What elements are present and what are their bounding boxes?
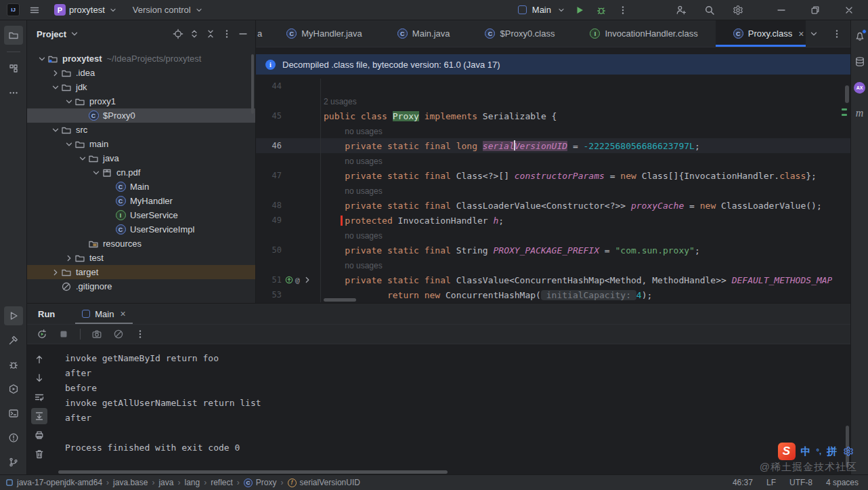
caret-position[interactable]: 46:37 [733, 478, 753, 487]
breadcrumb-item-java-base[interactable]: java.base [113, 478, 148, 487]
sogou-logo[interactable]: S [778, 443, 796, 460]
code-line-48[interactable]: 48 private static final ClassLoaderValue… [256, 198, 850, 213]
editor-tab-myhandler-java[interactable]: CMyHandler.java [269, 20, 380, 47]
editor-vertical-scrollbar[interactable] [845, 85, 849, 103]
tree-item-src[interactable]: src [27, 123, 255, 137]
run-button[interactable] [571, 2, 588, 18]
notifications-button[interactable] [852, 28, 867, 43]
scroll-to-end-icon[interactable] [31, 408, 47, 424]
edit-configuration-icon[interactable] [110, 326, 127, 342]
tree-item-jdk[interactable]: jdk [27, 80, 255, 94]
tree-item-java[interactable]: java [27, 151, 255, 165]
run-tool-window-button[interactable] [4, 306, 23, 325]
tree-item-userservice[interactable]: IUserService [27, 208, 255, 222]
terminal-tool-window-button[interactable] [4, 404, 23, 423]
chevron-expanded-icon[interactable] [64, 139, 74, 150]
ime-lang-toggle[interactable]: 中 [801, 445, 811, 458]
tree-item-myhandler[interactable]: CMyHandler [27, 194, 255, 208]
usage-hint-label[interactable]: no usages [324, 231, 383, 241]
code-inlay-row[interactable]: no usages [256, 228, 850, 243]
tree-item--idea[interactable]: .idea [27, 66, 255, 80]
console-horizontal-scrollbar[interactable] [58, 470, 448, 474]
chevron-collapsed-icon[interactable] [50, 68, 61, 79]
hide-panel-icon[interactable] [235, 26, 251, 42]
usage-hint-label[interactable]: no usages [324, 261, 383, 270]
editor-tab-a[interactable]: a [256, 20, 269, 47]
line-separator[interactable]: LF [766, 478, 776, 487]
breadcrumb-item-serialversionuid[interactable]: fserialVersionUID [288, 478, 360, 487]
breadcrumb-item-lang[interactable]: lang [184, 478, 200, 487]
code-inlay-row[interactable]: no usages [256, 123, 850, 138]
code-line-47[interactable]: 47 private static final Class<?>[] const… [256, 168, 850, 183]
close-run-tab-icon[interactable]: × [120, 308, 125, 319]
indent-style[interactable]: 4 spaces [826, 478, 859, 487]
minimize-button[interactable] [773, 2, 789, 18]
chevron-expanded-icon[interactable] [50, 125, 61, 136]
code-line-51[interactable]: 51@ private static final ClassValue<Conc… [256, 272, 850, 287]
editor-tab-main-java[interactable]: CMain.java [380, 20, 468, 47]
search-everywhere-icon[interactable] [701, 2, 718, 18]
run-tab-main[interactable]: Main × [75, 304, 132, 324]
problems-tool-window-button[interactable] [4, 428, 23, 447]
code-line-45[interactable]: 45public class Proxy implements Serializ… [256, 108, 850, 123]
tree-item--proxy0[interactable]: C$Proxy0 [27, 108, 255, 123]
editor-tab--proxy0-class[interactable]: C$Proxy0.class [467, 20, 572, 47]
vcs-tool-window-button[interactable] [4, 453, 23, 472]
chevron-down-icon[interactable] [69, 28, 80, 39]
tree-item-resources[interactable]: resources [27, 237, 255, 251]
file-encoding[interactable]: UTF-8 [789, 478, 812, 487]
project-tool-window-button[interactable] [4, 26, 23, 45]
code-inlay-row[interactable]: no usages [256, 258, 850, 272]
tree-item-test[interactable]: test [27, 251, 255, 265]
more-tool-windows-button[interactable] [4, 83, 23, 102]
tree-item-proxy1[interactable]: proxy1 [27, 94, 255, 108]
chevron-expanded-icon[interactable] [77, 153, 88, 164]
ime-punct-toggle[interactable]: °, [817, 447, 821, 455]
console-output[interactable]: invoke getNameById return fooafterbefore… [51, 344, 850, 474]
fold-chevron-icon[interactable] [302, 274, 310, 285]
tree-item-main[interactable]: main [27, 137, 255, 151]
restore-button[interactable] [807, 2, 823, 18]
breadcrumb-item-java-17-openjdk-amd64[interactable]: java-17-openjdk-amd64 [5, 478, 102, 487]
tree-item--gitignore[interactable]: .gitignore [27, 279, 255, 293]
overridden-marker-icon[interactable] [285, 276, 293, 284]
hidden-tabs-chevron-icon[interactable] [806, 26, 822, 42]
services-tool-window-button[interactable] [4, 380, 23, 399]
usage-hint-label[interactable]: no usages [324, 186, 383, 196]
ai-plugin-button[interactable]: AX [852, 80, 867, 95]
breadcrumb-item-proxy[interactable]: CProxy [244, 478, 277, 487]
chevron-expanded-icon[interactable] [64, 96, 74, 107]
tree-item-target[interactable]: target [27, 265, 255, 279]
code-with-me-icon[interactable] [673, 2, 689, 18]
tab-options-icon[interactable] [829, 26, 845, 42]
close-tab-icon[interactable]: × [798, 28, 804, 39]
stop-button[interactable] [56, 326, 72, 342]
usage-hint-label[interactable]: 2 usages [324, 97, 357, 106]
debug-button[interactable] [593, 2, 609, 18]
tree-scrollbar[interactable] [251, 54, 254, 114]
console-options-icon[interactable] [132, 326, 148, 342]
thread-dump-icon[interactable] [89, 326, 105, 342]
soft-wrap-icon[interactable] [31, 389, 47, 405]
editor-horizontal-scrollbar[interactable] [324, 298, 356, 302]
vcs-widget[interactable]: Version control [128, 2, 209, 18]
ime-pinyin-toggle[interactable]: 拼 [827, 445, 837, 458]
chevron-collapsed-icon[interactable] [64, 253, 74, 264]
collapse-all-icon[interactable] [202, 26, 219, 42]
usage-hint-label[interactable]: no usages [324, 157, 383, 166]
up-stack-trace-icon[interactable] [31, 351, 47, 367]
main-menu-hamburger-icon[interactable] [26, 2, 43, 18]
chevron-expanded-icon[interactable] [50, 82, 61, 93]
panel-options-icon[interactable] [219, 26, 235, 42]
editor-tab-proxy-class[interactable]: CProxy.class× [716, 20, 806, 47]
database-tool-window-button[interactable] [852, 54, 867, 69]
code-inlay-row[interactable]: no usages [256, 153, 850, 168]
code-line-50[interactable]: 50 private static final String PROXY_PAC… [256, 243, 850, 258]
chevron-down-icon[interactable] [557, 5, 566, 15]
tree-item-main[interactable]: CMain [27, 180, 255, 194]
code-line-49[interactable]: 49 protected InvocationHandler h; [256, 213, 850, 228]
locate-file-icon[interactable] [170, 26, 186, 42]
breadcrumb-item-java[interactable]: java [158, 478, 173, 487]
code-inlay-row[interactable]: 2 usages [256, 94, 850, 108]
usage-hint-label[interactable]: no usages [324, 127, 383, 136]
